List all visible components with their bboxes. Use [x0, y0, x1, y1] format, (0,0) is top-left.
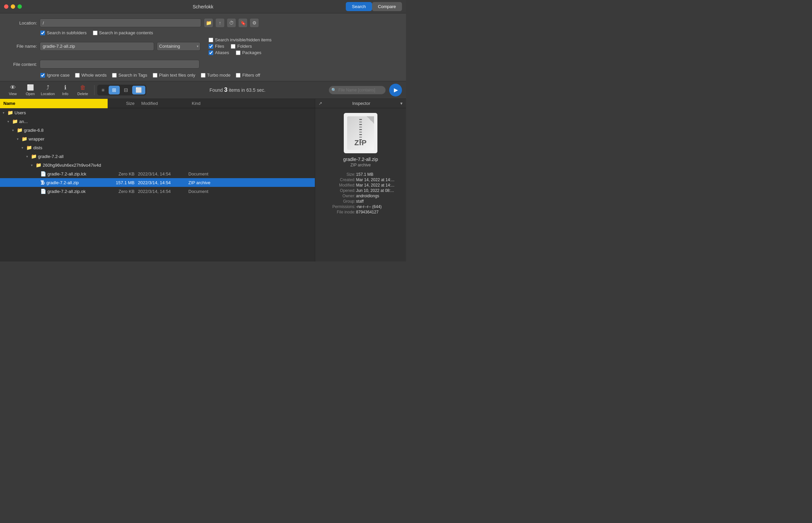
row-filename: Users — [15, 110, 26, 115]
tree-view-button[interactable]: ⊞ — [109, 86, 120, 94]
folders-label[interactable]: Folders — [231, 44, 252, 49]
zip-tooth — [359, 119, 362, 120]
location-input[interactable] — [40, 18, 201, 27]
list-view-button[interactable]: ≡ — [98, 86, 108, 94]
document-icon: 📄 — [40, 171, 46, 177]
row-filename: wrapper — [29, 137, 45, 142]
ignore-case-checkbox[interactable] — [40, 73, 45, 78]
turbo-mode-checkbox[interactable] — [201, 73, 206, 78]
header-name[interactable]: Name — [0, 99, 108, 108]
document-icon: 📄 — [40, 188, 46, 194]
table-row[interactable]: ▾ 📁 260hg96vuh6ex27h9vo47iv4d — [0, 161, 315, 169]
table-row[interactable]: ▾ 📁 dists — [0, 143, 315, 152]
packages-label[interactable]: Packages — [236, 50, 261, 55]
filecontent-label: File content: — [7, 62, 37, 67]
grid-view-button[interactable]: ⊟ — [120, 86, 132, 94]
folders-checkbox[interactable] — [231, 44, 236, 49]
bookmark-button[interactable]: 🔖 — [238, 18, 247, 28]
traffic-lights — [4, 4, 22, 9]
file-tree[interactable]: Name Size Modified Kind ▾ 📁 Users ▾ 📁 an — [0, 99, 315, 262]
filters-off-checkbox[interactable] — [236, 73, 241, 78]
turbo-mode-label[interactable]: Turbo mode — [201, 73, 231, 78]
info-button[interactable]: ℹ Info — [56, 83, 74, 97]
inspector-view-button[interactable]: ⬜ — [132, 86, 145, 94]
filecontent-input[interactable] — [40, 60, 200, 69]
ignore-case-label[interactable]: Ignore case — [40, 73, 70, 78]
header-size[interactable]: Size — [108, 101, 138, 106]
view-button[interactable]: 👁 View — [4, 83, 21, 97]
filename-match-select-wrap: Containing Exact Starting with Ending wi… — [157, 42, 201, 51]
open-button[interactable]: ⬜ Open — [21, 83, 39, 97]
search-in-tags-label[interactable]: Search in Tags — [112, 73, 147, 78]
inspector-external-button[interactable]: ↗ — [318, 101, 322, 106]
info-val: 8794364127 — [356, 210, 402, 214]
header-modified[interactable]: Modified — [138, 101, 188, 106]
tab-search[interactable]: Search — [346, 2, 372, 11]
plain-text-checkbox[interactable] — [153, 73, 157, 78]
table-row[interactable]: ▾ 📁 wrapper — [0, 134, 315, 143]
filename-match-select[interactable]: Containing Exact Starting with Ending wi… — [157, 42, 201, 51]
row-size: 157.1 MB — [108, 180, 138, 185]
info-val: Mar 14, 2022 at 14:... — [356, 183, 402, 187]
minimize-button[interactable] — [11, 4, 15, 9]
zip-preview-art: ZIP — [347, 116, 374, 150]
close-button[interactable] — [4, 4, 8, 9]
filename-input[interactable] — [40, 42, 154, 51]
browse-folder-button[interactable]: 📁 — [204, 18, 213, 28]
aliases-checkbox[interactable] — [209, 50, 213, 55]
search-in-tags-checkbox[interactable] — [112, 73, 117, 78]
search-invisible-label[interactable]: Search invisible/hidden items — [209, 37, 272, 42]
inspector-body: ZIP gradle-7.2-all.zip ZIP archive Size:… — [315, 108, 406, 220]
header-kind[interactable]: Kind — [188, 101, 315, 106]
titlebar: Scherlokk Search Compare — [0, 0, 406, 14]
filter-search-input[interactable] — [329, 86, 386, 94]
recent-button[interactable]: ⏱ — [227, 18, 236, 28]
zip-tooth — [359, 134, 362, 135]
table-row[interactable]: ▾ 📁 Users — [0, 108, 315, 117]
zip-tooth — [359, 142, 362, 143]
info-key: Owner: — [319, 194, 356, 198]
table-row[interactable]: ▾ 📁 gradle-6.8 — [0, 126, 315, 134]
info-val: Jun 10, 2022 at 08:... — [356, 188, 402, 193]
chevron-icon: ▾ — [26, 155, 31, 158]
search-invisible-checkbox[interactable] — [209, 38, 213, 42]
inspector-detail-row: Owner: androidlongs — [319, 194, 402, 198]
info-val: 157.1 MB — [356, 172, 402, 177]
table-row-selected[interactable]: ▾ 🗜 gradle-7.2-all.zip 157.1 MB 2022/3/1… — [0, 178, 315, 187]
search-subfolders-checkbox[interactable] — [40, 31, 45, 35]
filters-off-label[interactable]: Filters off — [236, 73, 260, 78]
info-key: Group: — [319, 199, 356, 204]
folder-icon: 📁 — [36, 162, 41, 168]
plain-text-label[interactable]: Plain text files only — [153, 73, 195, 78]
tab-bar: Search Compare — [346, 2, 402, 11]
tab-compare[interactable]: Compare — [372, 2, 402, 11]
row-filename: an... — [19, 119, 28, 124]
search-package-checkbox[interactable] — [93, 31, 98, 35]
settings-button[interactable]: ⚙ — [249, 18, 259, 28]
location-button[interactable]: ⤴ Location — [39, 83, 56, 97]
files-label[interactable]: Files — [209, 44, 224, 49]
table-row[interactable]: ▾ 📁 gradle-7.2-all — [0, 152, 315, 161]
inspector-detail-row: Permissions: -rw-r--r-- (644) — [319, 204, 402, 209]
whole-words-checkbox[interactable] — [75, 73, 80, 78]
delete-button[interactable]: 🗑 Delete — [74, 83, 91, 97]
table-row[interactable]: ▾ 📄 gradle-7.2-all.zip.ok Zero KB 2022/3… — [0, 187, 315, 196]
table-row[interactable]: ▾ 📄 gradle-7.2-all.zip.lck Zero KB 2022/… — [0, 169, 315, 178]
inspector-collapse-button[interactable]: ▾ — [400, 101, 403, 106]
fullscreen-button[interactable] — [17, 4, 22, 9]
whole-words-label[interactable]: Whole words — [75, 73, 107, 78]
location-icon: ⤴ — [47, 84, 49, 91]
folder-icon: 📁 — [26, 145, 32, 150]
table-row[interactable]: ▾ 📁 an... — [0, 117, 315, 126]
search-subfolders-label[interactable]: Search in subfolders — [40, 30, 87, 35]
parent-folder-button[interactable]: ↑ — [215, 18, 225, 28]
zip-tooth — [359, 137, 362, 138]
row-filename: gradle-7.2-all — [38, 154, 64, 159]
files-checkbox[interactable] — [209, 44, 213, 49]
row-modified: 2022/3/14, 14:54 — [138, 189, 188, 194]
packages-checkbox[interactable] — [236, 50, 241, 55]
search-package-label[interactable]: Search in package contents — [93, 30, 153, 35]
aliases-label[interactable]: Aliases — [209, 50, 229, 55]
run-search-button[interactable] — [389, 84, 402, 96]
info-val: staff — [356, 199, 402, 204]
